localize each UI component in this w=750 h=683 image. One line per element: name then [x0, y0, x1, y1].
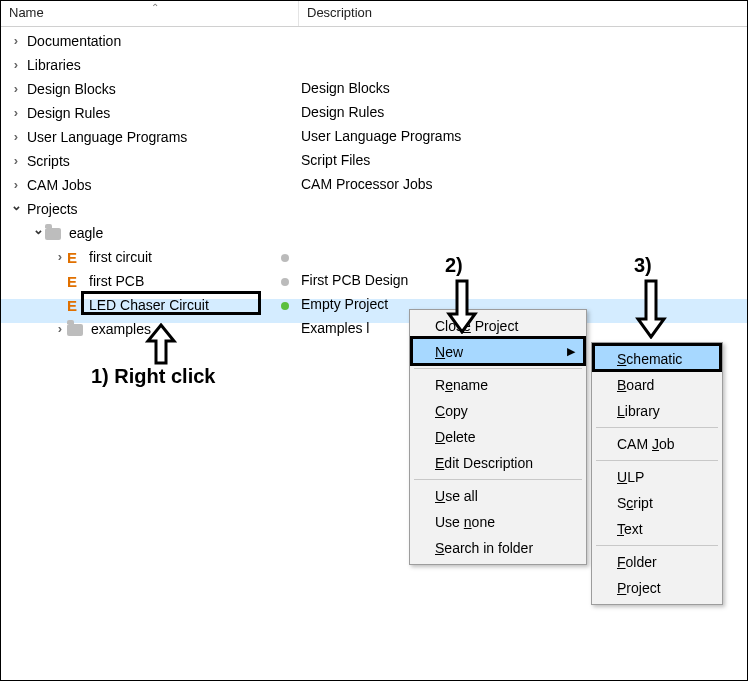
annotation-arrow-2 [445, 279, 479, 334]
menu-item-project[interactable]: Project [595, 575, 719, 601]
tree-label: Design Blocks [23, 81, 116, 97]
column-name-label: Name [9, 5, 44, 20]
tree-item-eagle[interactable]: eagle [1, 221, 747, 245]
chevron-right-icon[interactable] [9, 178, 23, 193]
tree-desc: Examples l [301, 320, 369, 336]
tree-desc: Script Files [301, 152, 370, 168]
chevron-down-icon[interactable] [9, 202, 23, 217]
column-name[interactable]: Name ⌃ [1, 1, 299, 26]
menu-item-script[interactable]: Script [595, 490, 719, 516]
annotation-text-3: 3) [634, 254, 652, 277]
menu-item-ulp[interactable]: ULP [595, 464, 719, 490]
menu-item-board[interactable]: Board [595, 372, 719, 398]
selection-outline [81, 291, 261, 315]
tree-desc: CAM Processor Jobs [301, 176, 432, 192]
chevron-right-icon[interactable] [9, 154, 23, 169]
columns-header: Name ⌃ Description [1, 1, 747, 27]
menu-item-rename[interactable]: Rename [413, 372, 583, 398]
menu-item-new[interactable]: New▶ [413, 339, 583, 365]
tree-item-design-rules[interactable]: Design Rules Design Rules [1, 101, 747, 125]
menu-item-use-all[interactable]: Use all [413, 483, 583, 509]
tree-label: Scripts [23, 153, 70, 169]
eagle-e-icon: E [67, 299, 81, 313]
status-dot-icon [281, 278, 289, 286]
tree-item-projects[interactable]: Projects [1, 197, 747, 221]
tree-item-design-blocks[interactable]: Design Blocks Design Blocks [1, 77, 747, 101]
tree-desc: Empty Project [301, 296, 388, 312]
tree-item-libraries[interactable]: Libraries [1, 53, 747, 77]
tree-item-documentation[interactable]: Documentation [1, 29, 747, 53]
menu-item-cam-job[interactable]: CAM Job [595, 431, 719, 457]
eagle-e-icon: E [67, 275, 81, 289]
status-dot-active-icon [281, 302, 289, 310]
chevron-down-icon[interactable] [31, 226, 45, 241]
annotation-text-2: 2) [445, 254, 463, 277]
tree-label: first circuit [85, 249, 152, 265]
menu-item-folder[interactable]: Folder [595, 549, 719, 575]
submenu-arrow-icon: ▶ [567, 345, 575, 358]
tree-desc: Design Rules [301, 104, 384, 120]
menu-item-search-in-folder[interactable]: Search in folder [413, 535, 583, 561]
tree-label: Libraries [23, 57, 81, 73]
menu-separator [414, 368, 582, 369]
folder-icon [45, 228, 61, 240]
menu-separator [596, 545, 718, 546]
menu-item-delete[interactable]: Delete [413, 424, 583, 450]
tree-label: eagle [65, 225, 103, 241]
chevron-right-icon[interactable] [53, 250, 67, 265]
sort-ascending-icon: ⌃ [151, 2, 159, 13]
menu-item-copy[interactable]: Copy [413, 398, 583, 424]
menu-item-edit-description[interactable]: Edit Description [413, 450, 583, 476]
eagle-e-icon: E [67, 251, 81, 265]
menu-item-text[interactable]: Text [595, 516, 719, 542]
chevron-right-icon[interactable] [9, 106, 23, 121]
chevron-right-icon[interactable] [9, 58, 23, 73]
menu-separator [414, 479, 582, 480]
tree-desc: First PCB Design [301, 272, 408, 288]
chevron-right-icon[interactable] [9, 130, 23, 145]
menu-separator [596, 427, 718, 428]
menu-item-use-none[interactable]: Use none [413, 509, 583, 535]
menu-item-library[interactable]: Library [595, 398, 719, 424]
column-description[interactable]: Description [299, 1, 747, 26]
tree-label: CAM Jobs [23, 177, 92, 193]
tree-desc: Design Blocks [301, 80, 390, 96]
tree-label: Documentation [23, 33, 121, 49]
tree-label: first PCB [85, 273, 144, 289]
context-menu-project: Close Project New▶ Rename Copy Delete Ed… [409, 309, 587, 565]
tree-item-ulp[interactable]: User Language Programs User Language Pro… [1, 125, 747, 149]
status-dot-icon [281, 254, 289, 262]
tree-desc: User Language Programs [301, 128, 461, 144]
tree-item-cam-jobs[interactable]: CAM Jobs CAM Processor Jobs [1, 173, 747, 197]
chevron-right-icon[interactable] [53, 322, 67, 337]
tree-label: examples [87, 321, 151, 337]
context-submenu-new: Schematic Board Library CAM Job ULP Scri… [591, 342, 723, 605]
tree-label: Projects [23, 201, 78, 217]
menu-item-close-project[interactable]: Close Project [413, 313, 583, 339]
menu-item-schematic[interactable]: Schematic [595, 346, 719, 372]
annotation-arrow-1 [144, 323, 178, 365]
annotation-text-1: 1) Right click [91, 365, 215, 388]
column-description-label: Description [307, 5, 372, 20]
annotation-arrow-3 [634, 279, 668, 339]
tree-label: Design Rules [23, 105, 110, 121]
chevron-right-icon[interactable] [9, 34, 23, 49]
tree-item-scripts[interactable]: Scripts Script Files [1, 149, 747, 173]
menu-separator [596, 460, 718, 461]
tree-label: User Language Programs [23, 129, 187, 145]
folder-icon [67, 324, 83, 336]
chevron-right-icon[interactable] [9, 82, 23, 97]
